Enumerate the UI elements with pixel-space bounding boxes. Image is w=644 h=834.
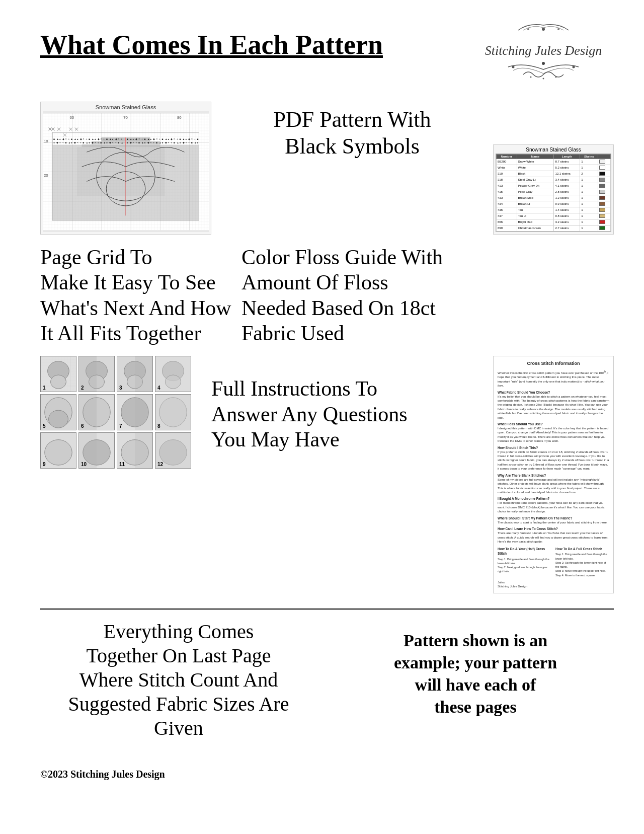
svg-text:×: × bbox=[95, 141, 96, 144]
svg-point-6 bbox=[530, 76, 532, 78]
section2: Page Grid To Make It Easy To See What's … bbox=[40, 245, 614, 346]
svg-rect-161 bbox=[135, 395, 152, 430]
floss-swatch bbox=[598, 219, 611, 225]
floss-cell: 310 bbox=[497, 171, 517, 177]
svg-point-8 bbox=[555, 76, 557, 78]
svg-text:◆: ◆ bbox=[56, 141, 58, 144]
svg-point-163 bbox=[159, 398, 187, 427]
cs-para-1: Whether this is the first cross stitch p… bbox=[498, 370, 609, 388]
col-swatch bbox=[598, 154, 611, 159]
cs-signoff: JulesStitching Jules Design bbox=[498, 580, 609, 589]
page-title: What Comes In Each Pattern bbox=[40, 30, 383, 60]
cs-full-stitch-col: How To Do A Full Cross Stitch Step 1: Br… bbox=[555, 547, 609, 577]
svg-text:+: + bbox=[103, 138, 105, 140]
svg-text:+: + bbox=[177, 138, 178, 140]
pdf-text: PDF Pattern With Black Symbols bbox=[221, 107, 483, 160]
svg-text:■: ■ bbox=[53, 138, 55, 140]
floss-cell: 413 bbox=[497, 183, 517, 189]
svg-text:▲: ▲ bbox=[74, 138, 76, 140]
cs-how-to: How To Do A Your (Half) Cross Stitch Ste… bbox=[498, 547, 609, 577]
svg-text:▲: ▲ bbox=[165, 138, 168, 140]
pattern-image-box: Snowman Stained Glass bbox=[40, 102, 211, 235]
section1: Snowman Stained Glass bbox=[40, 102, 614, 235]
cs-para-8-body: There are many fantastic tutorials on Yo… bbox=[498, 531, 609, 544]
floss-table-row: 413Pewter Gray Dk4.1 skeins1 bbox=[497, 183, 611, 189]
cs-para-2: What Fabric Should You Choose? bbox=[498, 390, 609, 395]
svg-text:●: ● bbox=[168, 138, 169, 140]
floss-cell: 1 bbox=[580, 165, 598, 171]
floss-table-row: 699Christmas Green2.7 skeins1 bbox=[497, 225, 611, 231]
floss-table-row: B5200Snow White8.7 skeins1 bbox=[497, 159, 611, 165]
floss-cell: Brown Lt bbox=[517, 201, 554, 207]
svg-text:■: ■ bbox=[71, 138, 72, 140]
svg-text:■: ■ bbox=[83, 141, 85, 144]
svg-point-4 bbox=[573, 65, 575, 68]
thumbnails-grid: 1 2 3 4 5 bbox=[40, 356, 201, 471]
svg-text:▲: ▲ bbox=[177, 141, 179, 144]
svg-text:◆: ◆ bbox=[80, 138, 82, 140]
cs-para-3-body: I designed this pattern with DMC in mind… bbox=[498, 426, 609, 443]
svg-text:▲: ▲ bbox=[68, 141, 70, 144]
svg-point-155 bbox=[49, 410, 68, 428]
svg-text:10: 10 bbox=[44, 139, 48, 143]
cs-para-3-title: What Floss Should You Use? bbox=[498, 422, 609, 426]
cs-half-steps: Step 1: Bring needle and floss through t… bbox=[498, 557, 551, 574]
svg-point-2 bbox=[557, 28, 559, 30]
svg-text:+: + bbox=[188, 141, 190, 144]
logo-ornament-bottom bbox=[503, 59, 584, 85]
svg-text:+: + bbox=[159, 138, 160, 140]
floss-cell: 433 bbox=[497, 195, 517, 201]
floss-cell: Snow White bbox=[517, 159, 554, 165]
page: What Comes In Each Pattern Stitching Jul… bbox=[0, 0, 644, 834]
svg-text:◆: ◆ bbox=[165, 141, 167, 144]
instructions-text: Full Instructions To Answer Any Question… bbox=[211, 376, 483, 452]
floss-cell: 436 bbox=[497, 207, 517, 213]
svg-text:+: + bbox=[86, 138, 87, 140]
svg-text:◆: ◆ bbox=[147, 141, 149, 144]
svg-text:▲: ▲ bbox=[159, 141, 162, 144]
thumb-4: 4 bbox=[155, 356, 191, 392]
floss-cell: 699 bbox=[497, 225, 517, 231]
svg-text:×: × bbox=[112, 141, 114, 144]
svg-text:●: ● bbox=[133, 138, 134, 140]
floss-cell: 1 bbox=[580, 177, 598, 183]
svg-text:●: ● bbox=[77, 138, 78, 140]
thumb-8: 8 bbox=[155, 394, 191, 430]
svg-text:■: ■ bbox=[118, 141, 119, 144]
floss-cell: Tan Lt bbox=[517, 213, 554, 219]
cs-info-title: Cross Stitch Information bbox=[498, 360, 609, 367]
thumb-6: 6 bbox=[78, 394, 115, 430]
floss-swatch bbox=[598, 201, 611, 207]
cs-full-title: How To Do A Full Cross Stitch bbox=[555, 547, 609, 551]
svg-text:◆: ◆ bbox=[115, 138, 117, 140]
floss-swatch bbox=[598, 213, 611, 219]
col-name: Name bbox=[517, 154, 554, 159]
svg-rect-171 bbox=[135, 433, 152, 468]
floss-cell: 3.2 skeins bbox=[554, 219, 580, 225]
floss-cell: 1 bbox=[580, 225, 598, 231]
floss-cell: 437 bbox=[497, 213, 517, 219]
floss-cell: 1 bbox=[580, 159, 598, 165]
svg-text:●: ● bbox=[112, 138, 114, 140]
svg-text:×: × bbox=[191, 138, 193, 140]
svg-text:●: ● bbox=[150, 138, 152, 140]
svg-text:+: + bbox=[194, 138, 196, 140]
cs-para-2-body: It's my belief that you should be able t… bbox=[498, 395, 609, 420]
footer: ©2023 Stitching Jules Design bbox=[40, 761, 614, 780]
floss-cell: 5.2 skeins bbox=[554, 165, 580, 171]
floss-cell: Tan bbox=[517, 207, 554, 213]
svg-text:■: ■ bbox=[138, 141, 140, 144]
cs-para-6-title: I Bought A Monochrome Pattern? bbox=[498, 496, 609, 501]
svg-rect-149 bbox=[135, 356, 152, 392]
svg-text:■: ■ bbox=[156, 141, 157, 144]
svg-text:■: ■ bbox=[65, 141, 67, 144]
svg-text:20: 20 bbox=[44, 173, 48, 178]
svg-text:+: + bbox=[121, 138, 122, 140]
pattern-image-label: Snowman Stained Glass bbox=[43, 104, 209, 110]
svg-point-165 bbox=[45, 440, 72, 466]
logo-ornament-top bbox=[513, 20, 574, 40]
svg-text:+: + bbox=[171, 141, 172, 144]
svg-text:◆: ◆ bbox=[62, 138, 64, 140]
svg-point-173 bbox=[159, 440, 187, 466]
svg-text:×: × bbox=[150, 141, 152, 144]
